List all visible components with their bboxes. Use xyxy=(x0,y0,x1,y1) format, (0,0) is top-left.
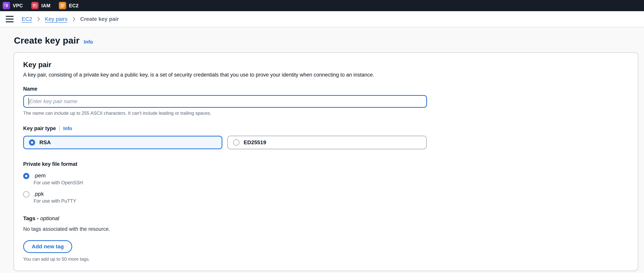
radio-unchecked-icon[interactable] xyxy=(23,191,29,197)
key-pair-type-info-link[interactable]: Info xyxy=(63,126,72,131)
radio-checked-icon[interactable] xyxy=(29,139,35,146)
favorite-ec2-label: EC2 xyxy=(69,3,78,8)
key-pair-type-option-ed25519[interactable]: ED25519 xyxy=(228,136,427,149)
section-title: Key pair xyxy=(23,61,628,69)
key-pair-name-input[interactable] xyxy=(23,95,427,108)
label-divider xyxy=(60,126,60,131)
key-pair-type-label: Key pair type xyxy=(23,126,56,131)
favorite-vpc-label: VPC xyxy=(13,3,23,8)
key-pair-type-option-label: ED25519 xyxy=(244,139,266,146)
file-format-option-label: .ppk xyxy=(34,191,76,197)
tags-label-optional: optional xyxy=(40,215,59,221)
page-title: Create key pair xyxy=(14,35,80,46)
tags-label-prefix: Tags - xyxy=(23,215,40,221)
file-format-label: Private key file format xyxy=(23,161,628,167)
file-format-option-label: .pem xyxy=(34,173,83,179)
radio-unchecked-icon[interactable] xyxy=(233,139,240,146)
tags-empty-text: No tags associated with the resource. xyxy=(23,226,628,232)
page-header: Create key pair Info xyxy=(14,27,638,52)
favorite-iam-label: IAM xyxy=(41,3,50,8)
breadcrumb-ec2[interactable]: EC2 xyxy=(22,16,32,22)
breadcrumb-bar: EC2 Key pairs Create key pair xyxy=(0,11,644,27)
key-pair-form-card: Key pair A key pair, consisting of a pri… xyxy=(14,52,638,271)
ec2-icon xyxy=(59,2,66,9)
favorite-iam[interactable]: IAM xyxy=(31,2,50,9)
breadcrumb-key-pairs[interactable]: Key pairs xyxy=(45,16,67,22)
file-format-option-pem[interactable]: .pem For use with OpenSSH xyxy=(23,173,628,186)
name-helper-text: The name can include up to 255 ASCII cha… xyxy=(23,110,628,116)
add-new-tag-button[interactable]: Add new tag xyxy=(23,240,72,253)
radio-checked-icon[interactable] xyxy=(23,173,29,179)
main-content: Create key pair Info Key pair A key pair… xyxy=(0,27,644,273)
key-pair-type-option-label: RSA xyxy=(40,139,51,146)
tags-group: Tags - optional No tags associated with … xyxy=(23,215,628,262)
chevron-right-icon xyxy=(37,16,40,21)
menu-icon[interactable] xyxy=(6,16,14,22)
name-field-group: Name The name can include up to 255 ASCI… xyxy=(23,86,628,116)
file-format-option-description: For use with PuTTY xyxy=(34,198,76,204)
file-format-option-ppk[interactable]: .ppk For use with PuTTY xyxy=(23,191,628,204)
favorite-vpc[interactable]: VPC xyxy=(3,2,23,9)
form-actions: Cancel Create key pair xyxy=(14,271,638,273)
tags-helper-text: You can add up to 50 more tags. xyxy=(23,257,628,262)
text-caret xyxy=(28,98,29,105)
favorite-ec2[interactable]: EC2 xyxy=(59,2,78,9)
vpc-icon xyxy=(3,2,10,9)
key-pair-type-group: Key pair type Info RSA ED25519 xyxy=(23,126,628,149)
name-label: Name xyxy=(23,86,628,92)
section-description: A key pair, consisting of a private key … xyxy=(23,72,628,78)
chevron-right-icon xyxy=(72,16,76,21)
services-topbar: VPC IAM xyxy=(0,0,644,11)
iam-icon xyxy=(31,2,38,9)
key-pair-type-option-rsa[interactable]: RSA xyxy=(23,136,222,149)
page-info-link[interactable]: Info xyxy=(84,39,93,45)
file-format-option-description: For use with OpenSSH xyxy=(34,180,83,186)
tags-label: Tags - optional xyxy=(23,215,628,222)
file-format-group: Private key file format .pem For use wit… xyxy=(23,161,628,204)
breadcrumb-current: Create key pair xyxy=(80,16,119,22)
breadcrumb: EC2 Key pairs Create key pair xyxy=(22,16,119,22)
